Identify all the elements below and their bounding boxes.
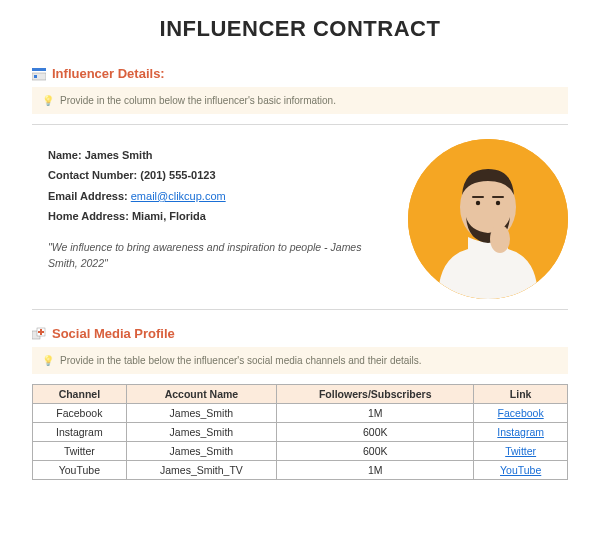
cell-account: James_Smith (126, 442, 276, 461)
home-label: Home Address: (48, 210, 129, 222)
link-youtube[interactable]: YouTube (500, 464, 541, 476)
svg-rect-0 (32, 68, 46, 71)
bulb-icon: 💡 (42, 355, 54, 366)
name-label: Name: (48, 149, 82, 161)
th-channel: Channel (33, 385, 127, 404)
section-title-social: Social Media Profile (52, 326, 175, 341)
svg-rect-8 (472, 196, 484, 198)
details-icon (32, 67, 46, 81)
section-title-details: Influencer Details: (52, 66, 165, 81)
table-row: YouTube James_Smith_TV 1M YouTube (33, 461, 568, 480)
table-header-row: Channel Account Name Followers/Subscribe… (33, 385, 568, 404)
influencer-details-block: Name: James Smith Contact Number: (201) … (32, 139, 568, 299)
hint-social: 💡 Provide in the table below the influen… (32, 347, 568, 374)
cell-channel: Instagram (33, 423, 127, 442)
section-influencer-details-header: Influencer Details: (32, 66, 568, 81)
influencer-avatar (408, 139, 568, 299)
cell-link: YouTube (474, 461, 568, 480)
cell-followers: 1M (277, 461, 474, 480)
svg-point-7 (496, 201, 500, 205)
cell-account: James_Smith (126, 404, 276, 423)
link-facebook[interactable]: Facebook (498, 407, 544, 419)
cell-channel: Twitter (33, 442, 127, 461)
cell-link: Facebook (474, 404, 568, 423)
email-label: Email Address: (48, 190, 128, 202)
table-row: Instagram James_Smith 600K Instagram (33, 423, 568, 442)
th-account: Account Name (126, 385, 276, 404)
field-contact: Contact Number: (201) 555-0123 (48, 165, 378, 185)
svg-rect-2 (34, 75, 37, 78)
cell-account: James_Smith_TV (126, 461, 276, 480)
field-email: Email Address: email@clikcup.com (48, 186, 378, 206)
document-page: INFLUENCER CONTRACT Influencer Details: … (0, 0, 600, 500)
svg-rect-13 (38, 331, 44, 333)
hint-details: 💡 Provide in the column below the influe… (32, 87, 568, 114)
cell-account: James_Smith (126, 423, 276, 442)
contact-label: Contact Number: (48, 169, 137, 181)
cell-followers: 600K (277, 423, 474, 442)
table-row: Twitter James_Smith 600K Twitter (33, 442, 568, 461)
link-instagram[interactable]: Instagram (497, 426, 544, 438)
contact-value: (201) 555-0123 (140, 169, 215, 181)
hint-details-text: Provide in the column below the influenc… (60, 95, 336, 106)
cell-link: Twitter (474, 442, 568, 461)
field-name: Name: James Smith (48, 145, 378, 165)
th-link: Link (474, 385, 568, 404)
influencer-text: Name: James Smith Contact Number: (201) … (48, 139, 378, 272)
table-row: Facebook James_Smith 1M Facebook (33, 404, 568, 423)
email-link[interactable]: email@clikcup.com (131, 190, 226, 202)
cell-followers: 1M (277, 404, 474, 423)
svg-rect-9 (492, 196, 504, 198)
svg-point-6 (476, 201, 480, 205)
home-value: Miami, Florida (132, 210, 206, 222)
hint-social-text: Provide in the table below the influence… (60, 355, 422, 366)
cell-channel: Facebook (33, 404, 127, 423)
link-twitter[interactable]: Twitter (505, 445, 536, 457)
social-icon (32, 327, 46, 341)
divider (32, 309, 568, 310)
cell-channel: YouTube (33, 461, 127, 480)
name-value: James Smith (85, 149, 153, 161)
svg-point-5 (490, 225, 510, 253)
cell-link: Instagram (474, 423, 568, 442)
field-home: Home Address: Miami, Florida (48, 206, 378, 226)
divider (32, 124, 568, 125)
social-table: Channel Account Name Followers/Subscribe… (32, 384, 568, 480)
th-followers: Followers/Subscribers (277, 385, 474, 404)
cell-followers: 600K (277, 442, 474, 461)
influencer-quote: "We influence to bring awareness and ins… (48, 240, 378, 272)
bulb-icon: 💡 (42, 95, 54, 106)
section-social-header: Social Media Profile (32, 326, 568, 341)
page-title: INFLUENCER CONTRACT (32, 16, 568, 42)
